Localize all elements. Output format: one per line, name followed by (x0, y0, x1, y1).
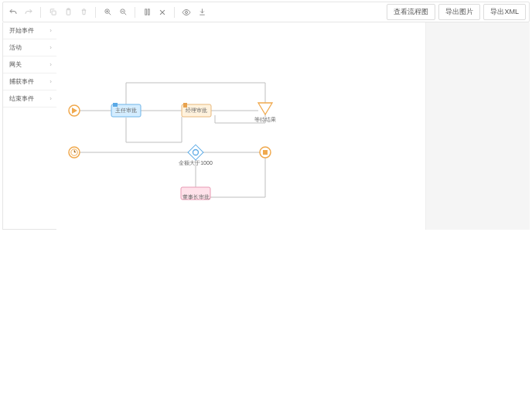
zoom-in-icon[interactable] (101, 5, 114, 19)
toolbar-separator (95, 7, 96, 18)
toolbar-right: 查看流程图 导出图片 导出XML (387, 4, 526, 20)
canvas-inspector-panel (426, 22, 530, 230)
sidebar-item-label: 活动 (9, 43, 22, 52)
export-image-button[interactable]: 导出图片 (438, 4, 480, 20)
node-wait[interactable]: 等待结果 (254, 103, 276, 122)
sidebar-item-start-event[interactable]: 开始事件› (3, 22, 56, 39)
sidebar-item-gateway[interactable]: 网关› (3, 56, 56, 73)
chevron-right-icon: › (49, 78, 52, 85)
sidebar-item-activity[interactable]: 活动› (3, 39, 56, 56)
chevron-right-icon: › (49, 27, 52, 34)
export-xml-button[interactable]: 导出XML (483, 4, 526, 20)
svg-rect-0 (52, 11, 56, 15)
svg-rect-14 (113, 103, 118, 107)
undo-icon[interactable] (6, 5, 20, 19)
node-label: 经理审批 (186, 108, 207, 113)
toolbar-separator (135, 7, 135, 18)
sidebar-item-label: 捕获事件 (9, 77, 34, 86)
download-icon[interactable] (195, 5, 209, 19)
toolbar: 查看流程图 导出图片 导出XML (2, 2, 530, 22)
sidebar: 开始事件› 活动› 网关› 捕获事件› 结束事件› (2, 22, 56, 230)
node-end-event[interactable] (260, 147, 271, 158)
node-task-manager[interactable]: 经理审批 (182, 103, 211, 117)
bpmn-diagram: 主任审批 经理审批 董事长审批 金额大于1000 (56, 22, 426, 230)
paste-icon[interactable] (61, 5, 75, 19)
sidebar-item-label: 网关 (9, 60, 22, 69)
canvas[interactable]: 主任审批 经理审批 董事长审批 金额大于1000 (56, 22, 426, 230)
svg-point-7 (186, 11, 188, 13)
svg-rect-20 (188, 145, 203, 160)
eye-icon[interactable] (179, 5, 193, 19)
close-icon[interactable] (155, 5, 169, 19)
copy-icon[interactable] (46, 5, 60, 19)
chevron-right-icon: › (49, 44, 52, 51)
node-timer-event[interactable] (69, 147, 80, 158)
svg-rect-5 (145, 9, 146, 15)
sidebar-item-label: 结束事件 (9, 94, 34, 103)
redo-icon[interactable] (22, 5, 36, 19)
toolbar-separator (40, 7, 41, 18)
sidebar-item-label: 开始事件 (9, 26, 34, 35)
sidebar-item-end-event[interactable]: 结束事件› (3, 90, 56, 108)
sidebar-item-catch-event[interactable]: 捕获事件› (3, 73, 56, 90)
chevron-right-icon: › (49, 95, 52, 102)
svg-marker-22 (258, 103, 272, 114)
node-task-director[interactable]: 主任审批 (111, 103, 141, 117)
node-label: 董事长审批 (182, 194, 210, 200)
chevron-right-icon: › (49, 61, 52, 68)
canvas-wrap: 主任审批 经理审批 董事长审批 金额大于1000 (56, 22, 530, 230)
node-gateway[interactable]: 金额大于1000 (179, 145, 213, 166)
toolbar-left (6, 5, 209, 19)
main-area: 开始事件› 活动› 网关› 捕获事件› 结束事件› (2, 22, 530, 230)
node-label: 等待结果 (254, 117, 276, 122)
zoom-out-icon[interactable] (116, 5, 130, 19)
view-flow-button[interactable]: 查看流程图 (387, 4, 435, 20)
fit-icon[interactable] (140, 5, 154, 19)
svg-rect-6 (148, 9, 149, 15)
svg-rect-24 (263, 150, 268, 155)
node-start-event[interactable] (69, 105, 80, 116)
delete-icon[interactable] (77, 5, 90, 19)
diagram-edges (80, 83, 265, 197)
node-task-chairman[interactable]: 董事长审批 (181, 187, 210, 200)
node-label: 金额大于1000 (179, 160, 213, 166)
node-label: 主任审批 (115, 108, 137, 113)
toolbar-separator (174, 7, 175, 18)
